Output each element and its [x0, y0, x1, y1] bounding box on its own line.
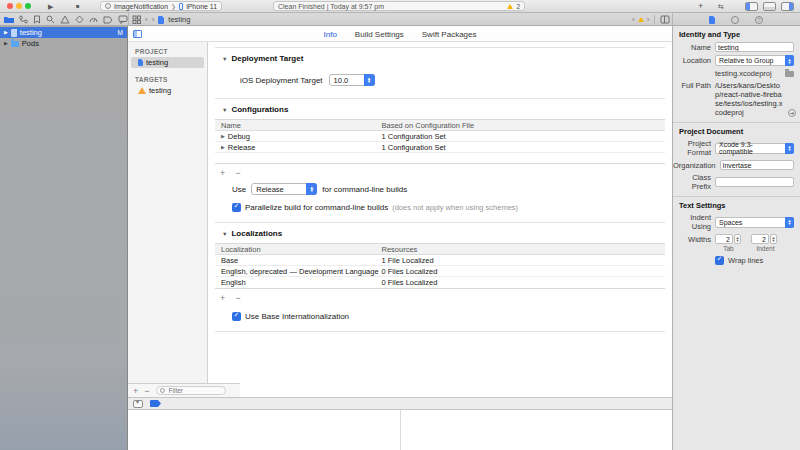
file-inspector-icon[interactable] [709, 16, 715, 24]
disclosure-icon[interactable]: ▶ [4, 38, 8, 49]
navigator-item-pods[interactable]: ▶ Pods [0, 38, 127, 49]
tab-swift-packages[interactable]: Swift Packages [422, 30, 477, 39]
table-row[interactable]: English, deprecated — Development Langua… [215, 266, 665, 277]
quick-help-inspector-icon[interactable]: ? [755, 16, 763, 24]
hide-debug-area-icon[interactable] [133, 400, 143, 408]
test-navigator-icon[interactable] [75, 15, 84, 24]
issue-navigator-icon[interactable] [60, 15, 70, 24]
wrap-lines-checkbox[interactable] [715, 256, 724, 265]
indent-width-value[interactable]: 2 [751, 234, 769, 244]
stop-button[interactable]: ■ [76, 0, 80, 13]
toggle-debug-area-button[interactable] [763, 2, 776, 11]
zoom-window-button[interactable] [25, 3, 31, 9]
project-navigator: ▶ testing M ▶ Pods [0, 26, 128, 450]
toolbar: ▶ ■ i ImageNotification ❯ iPhone 11 Clea… [0, 0, 800, 13]
disclosure-down-icon[interactable]: ▼ [222, 56, 227, 62]
toggle-inspector-button[interactable] [781, 2, 794, 11]
close-window-button[interactable] [7, 3, 13, 9]
remove-button[interactable]: − [235, 292, 240, 304]
configurations-add-remove: + − [220, 167, 672, 179]
remove-button[interactable]: − [235, 167, 240, 179]
table-row[interactable]: Base 1 File Localized [215, 255, 665, 266]
name-field[interactable] [715, 42, 794, 52]
library-button[interactable]: + [698, 0, 703, 13]
report-navigator-icon[interactable] [118, 15, 128, 24]
run-button[interactable]: ▶ [48, 0, 53, 13]
minimize-window-button[interactable] [16, 3, 22, 9]
hide-project-sidebar-button[interactable] [133, 30, 142, 38]
table-row[interactable]: English 0 Files Localized [215, 277, 665, 288]
table-row[interactable]: ▶Debug 1 Configuration Set [215, 131, 665, 142]
pods-folder-icon [11, 41, 19, 47]
tab-info[interactable]: Info [324, 30, 337, 39]
add-button[interactable]: + [220, 292, 225, 304]
indent-width-stepper[interactable]: 2 ▲▼ [751, 234, 777, 244]
project-format-dropdown[interactable]: Xcode 9.3-compatible ▲▼ [715, 143, 794, 154]
organization-field[interactable] [720, 160, 794, 170]
go-forward-button[interactable]: › [152, 13, 155, 26]
scheme-selector[interactable]: i ImageNotification ❯ iPhone 11 [100, 1, 222, 11]
class-prefix-field[interactable] [715, 177, 794, 187]
scheme-name[interactable]: ImageNotification [114, 3, 168, 10]
editor-options-icon[interactable] [660, 15, 670, 24]
projects-and-targets-list: PROJECT testing TARGETS testing [128, 42, 208, 383]
stepper-arrows-icon[interactable]: ▲▼ [734, 234, 741, 244]
go-back-button[interactable]: ‹ [145, 13, 148, 26]
localization-resources: 0 Files Localized [382, 278, 666, 287]
indent-using-dropdown[interactable]: Spaces ▲▼ [715, 217, 794, 228]
sidebar-filter-bar: + − [128, 383, 240, 397]
sidebar-item-target-testing[interactable]: testing [131, 85, 204, 96]
disclosure-down-icon[interactable]: ▼ [222, 231, 227, 237]
remove-target-button[interactable]: − [144, 385, 149, 397]
find-navigator-icon[interactable] [46, 15, 55, 24]
source-control-navigator-icon[interactable] [19, 15, 28, 24]
tab-width-stepper[interactable]: 2 ▲▼ [715, 234, 741, 244]
debug-navigator-icon[interactable] [89, 15, 98, 24]
code-review-button[interactable]: ⇆ [718, 0, 724, 13]
debug-split-divider[interactable] [400, 410, 401, 450]
ios-deployment-target-dropdown[interactable]: 10.0 ▲▼ [329, 74, 375, 86]
filter-input[interactable] [167, 386, 222, 395]
disclosure-icon[interactable]: ▶ [221, 142, 225, 153]
disclosure-down-icon[interactable]: ▼ [222, 107, 227, 113]
navigator-item-testing[interactable]: ▶ testing M [0, 27, 127, 38]
localizations-table: Localization Resources Base 1 File Local… [215, 243, 665, 289]
warning-count[interactable]: 2 [516, 3, 520, 10]
filter-field[interactable] [156, 386, 226, 395]
breakpoints-toggle-icon[interactable] [150, 400, 161, 407]
folder-icon[interactable] [785, 71, 794, 77]
add-target-button[interactable]: + [133, 385, 138, 397]
history-inspector-icon[interactable] [731, 16, 739, 24]
breakpoint-navigator-icon[interactable] [103, 16, 113, 24]
location-dropdown[interactable]: Relative to Group ▲▼ [715, 55, 794, 66]
add-button[interactable]: + [220, 167, 225, 179]
toggle-navigator-button[interactable] [745, 2, 758, 11]
disclosure-icon[interactable]: ▶ [4, 27, 8, 38]
run-destination[interactable]: iPhone 11 [186, 3, 217, 10]
issue-warning-icon [638, 17, 644, 22]
chevron-right-icon: ❯ [171, 3, 176, 10]
warning-icon[interactable] [507, 4, 513, 9]
chevron-up-down-icon: ▲▼ [785, 143, 794, 154]
base-internationalization-checkbox[interactable] [232, 312, 241, 321]
open-in-finder-icon[interactable]: ➔ [788, 109, 796, 117]
disclosure-icon[interactable]: ▶ [221, 131, 225, 142]
tab-width-value[interactable]: 2 [715, 234, 733, 244]
column-resources: Resources [382, 245, 666, 254]
symbol-navigator-icon[interactable] [33, 15, 41, 24]
sidebar-item-project-testing[interactable]: testing [131, 57, 204, 68]
next-issue-button[interactable]: › [647, 13, 650, 26]
jump-bar-file[interactable]: testing [168, 15, 190, 24]
table-row[interactable]: ▶Release 1 Configuration Set [215, 142, 665, 153]
stepper-arrows-icon[interactable]: ▲▼ [770, 234, 777, 244]
command-line-config-dropdown[interactable]: Release ▲▼ [251, 183, 317, 195]
dropdown-value: Release [256, 185, 284, 194]
divider [215, 222, 665, 223]
text-settings-section-title: Text Settings [679, 201, 800, 210]
previous-issue-button[interactable]: ‹ [632, 13, 635, 26]
project-navigator-icon[interactable] [4, 15, 14, 24]
tab-overview-icon[interactable] [132, 15, 141, 24]
parallelize-checkbox[interactable] [232, 203, 241, 212]
parallelize-note: (does not apply when using schemes) [392, 203, 518, 212]
tab-build-settings[interactable]: Build Settings [355, 30, 404, 39]
